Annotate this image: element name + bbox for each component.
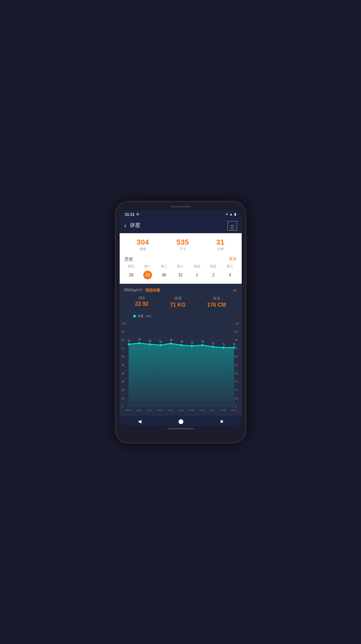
svg-point-66	[233, 346, 235, 349]
ad-icon: AD	[228, 221, 237, 231]
bottom-nav: ◀ ⬤ ■	[120, 416, 242, 426]
svg-text:74: 74	[180, 340, 183, 343]
app-bar: ‹ 评星 AD	[120, 218, 242, 233]
more-link[interactable]: 更多	[229, 256, 237, 262]
svg-text:30: 30	[122, 379, 124, 383]
date-3[interactable]: 3	[224, 270, 236, 280]
legend-label: 体重（KG）	[138, 314, 154, 318]
svg-text:75: 75	[127, 339, 130, 342]
svg-text:70: 70	[235, 346, 238, 350]
bmi-value-1: 71 KG	[170, 302, 185, 308]
ad-label: AD	[231, 224, 234, 227]
status-time: 11:11	[125, 212, 134, 216]
phone-home-bar	[167, 428, 194, 429]
week-day-2: 周二	[158, 264, 170, 269]
date-29[interactable]: 29	[142, 270, 153, 280]
exercises-value: 304	[137, 238, 149, 247]
wifi-icon: ▲	[230, 212, 233, 216]
stat-exercises: 304 锻炼	[137, 238, 149, 251]
svg-point-64	[212, 345, 214, 348]
legend-dot	[133, 315, 136, 317]
svg-text:80: 80	[122, 338, 124, 342]
page-title: 评星	[130, 222, 228, 229]
date-1[interactable]: 1	[191, 270, 203, 280]
svg-text:0: 0	[122, 404, 123, 408]
svg-text:74: 74	[201, 340, 204, 343]
back-button[interactable]: ‹	[124, 222, 126, 229]
bmi-metrics: BMI 22.92 体重 71 KG 身高 176 CM	[124, 296, 237, 308]
svg-text:07-28: 07-28	[220, 409, 225, 411]
svg-text:10: 10	[235, 396, 238, 400]
svg-text:40: 40	[235, 371, 238, 375]
edit-icon[interactable]: ✏	[233, 288, 237, 293]
bmi-label-1: 体重	[170, 296, 185, 301]
svg-text:07-26: 07-26	[200, 409, 205, 411]
svg-point-63	[201, 344, 203, 346]
nav-recent-button[interactable]: ■	[220, 419, 223, 424]
stat-calories: 535 千卡	[176, 238, 189, 251]
bmi-label-2: 身高	[207, 296, 226, 301]
bmi-metric-2: 身高 176 CM	[207, 296, 226, 308]
svg-text:07-21: 07-21	[147, 409, 152, 411]
svg-text:0: 0	[235, 404, 236, 408]
signal-icon: ✕	[225, 212, 228, 216]
bmi-metric-1: 体重 71 KG	[170, 296, 185, 308]
svg-text:20: 20	[235, 388, 238, 391]
svg-text:07-29: 07-29	[231, 409, 236, 411]
nav-home-button[interactable]: ⬤	[178, 419, 184, 424]
svg-text:20: 20	[122, 388, 124, 391]
history-title: 历史	[124, 256, 133, 262]
week-days-row: 周日 周一 周二 周三 周四 周五 周六	[123, 264, 238, 270]
svg-point-61	[180, 344, 182, 346]
svg-text:100: 100	[122, 321, 126, 325]
bmi-metric-0: BMI 22.92	[135, 296, 148, 308]
bmi-value-0: 22.92	[135, 301, 148, 307]
svg-text:40: 40	[122, 371, 124, 375]
history-header: 历史 更多	[123, 254, 238, 264]
nav-back-button[interactable]: ◀	[138, 419, 142, 424]
settings-icon: ⚙	[136, 212, 139, 216]
svg-point-58	[149, 343, 150, 345]
date-30[interactable]: 30	[158, 270, 170, 280]
svg-text:90: 90	[235, 330, 238, 333]
chart-area: 体重（KG） 100 90 80 70	[120, 311, 242, 416]
svg-text:07-23: 07-23	[168, 409, 173, 411]
minutes-label: 分钟	[216, 247, 224, 251]
svg-text:60: 60	[122, 355, 124, 358]
status-icons: ✕ ▲ ▮	[225, 212, 236, 216]
bmi-tab-ideal[interactable]: 理想体重	[145, 288, 160, 293]
date-31[interactable]: 31	[175, 270, 186, 280]
svg-text:30: 30	[235, 379, 238, 383]
svg-text:80: 80	[235, 338, 238, 342]
svg-point-60	[170, 342, 172, 344]
svg-text:71: 71	[233, 342, 236, 346]
week-day-4: 周四	[191, 264, 203, 269]
svg-text:07-25: 07-25	[189, 409, 194, 411]
battery-icon: ▮	[234, 212, 236, 216]
svg-text:07-20: 07-20	[136, 409, 141, 411]
stat-minutes: 31 分钟	[216, 238, 224, 251]
bmi-value-2: 176 CM	[207, 302, 226, 308]
chart-container: 100 90 80 70 60 50 40 30 20 10 0 100 90 …	[121, 320, 240, 412]
svg-point-57	[138, 342, 140, 344]
svg-point-56	[128, 343, 129, 345]
svg-point-65	[222, 346, 224, 349]
svg-text:07-24: 07-24	[178, 409, 183, 411]
svg-text:50: 50	[122, 363, 124, 366]
date-2[interactable]: 2	[208, 270, 219, 280]
phone-speaker	[171, 206, 191, 208]
week-day-0: 周日	[125, 264, 137, 269]
phone-screen: 11:11 ⚙ ✕ ▲ ▮ ‹ 评星 AD 304 锻炼	[120, 210, 242, 426]
svg-text:100: 100	[235, 321, 239, 325]
bmi-tab-bmi[interactable]: BMI(kg/m²)	[124, 288, 143, 293]
date-28[interactable]: 28	[125, 270, 137, 280]
svg-text:07-27: 07-27	[210, 409, 215, 411]
svg-text:07-22: 07-22	[157, 409, 162, 411]
week-dates-row: 28 29 30 31 1 2 3	[123, 270, 238, 280]
bmi-tabs: BMI(kg/m²) 理想体重	[124, 288, 160, 293]
week-day-5: 周五	[208, 264, 219, 269]
minutes-value: 31	[216, 238, 224, 247]
calories-label: 千卡	[176, 247, 189, 251]
svg-text:90: 90	[122, 330, 124, 333]
svg-point-59	[159, 344, 161, 346]
